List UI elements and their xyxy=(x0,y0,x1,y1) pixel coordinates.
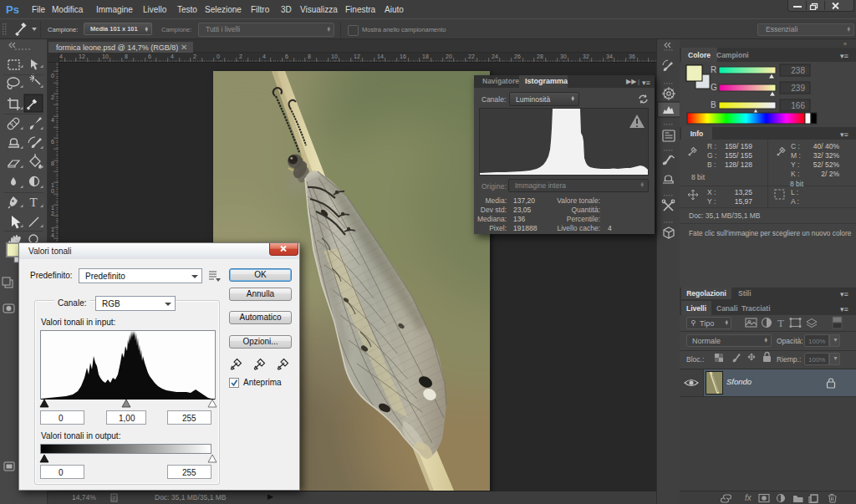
svg-text:R: R xyxy=(711,65,716,74)
svg-text:B: B xyxy=(711,100,716,109)
svg-text:239: 239 xyxy=(791,84,805,93)
svg-text:166: 166 xyxy=(791,101,805,110)
svg-text:fx: fx xyxy=(745,493,752,502)
svg-text:T: T xyxy=(29,196,37,209)
svg-text:G: G xyxy=(711,83,717,92)
svg-text:T: T xyxy=(777,317,784,329)
svg-text:238: 238 xyxy=(791,66,805,75)
